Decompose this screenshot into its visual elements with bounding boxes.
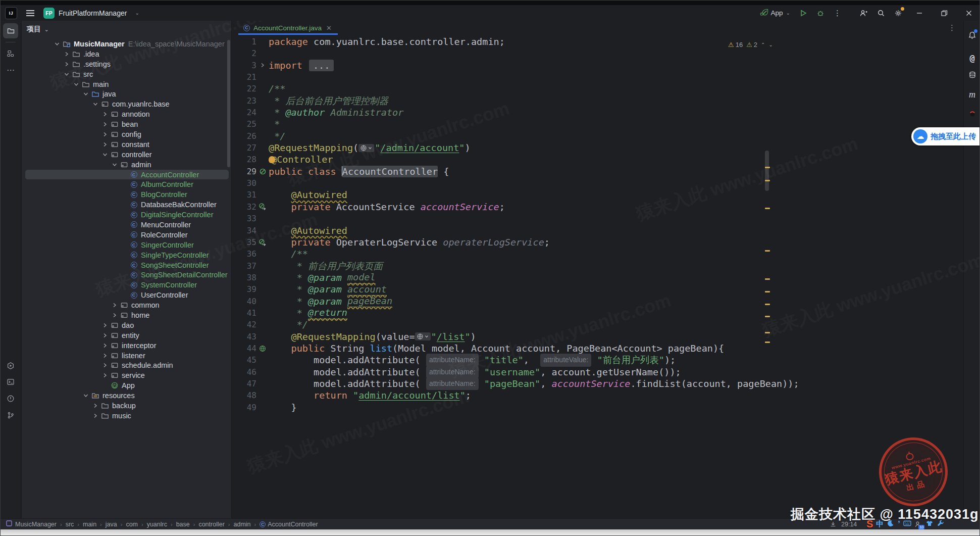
line-number[interactable]: 2 [232, 47, 256, 59]
chevron-down-icon[interactable] [82, 392, 90, 400]
chevron-down-icon[interactable] [91, 100, 99, 108]
code-editor[interactable]: 1package com.yuanlrc.base.controller.adm… [232, 35, 963, 518]
tree-item-SingleTypeController[interactable]: CSingleTypeController [22, 250, 231, 260]
tree-item-annotion[interactable]: annotion [22, 109, 231, 119]
close-button[interactable] [957, 5, 980, 21]
code-line-32[interactable]: 32 private AccountService accountService… [232, 201, 963, 213]
line-number[interactable]: 24 [232, 107, 256, 118]
inspection-mark[interactable] [765, 208, 770, 209]
tree-item-BlogController[interactable]: CBlogController [22, 189, 231, 200]
breadcrumb-item-yuanlrc[interactable]: yuanlrc [147, 521, 167, 528]
chevron-down-icon[interactable] [111, 161, 119, 169]
structure-tool-button[interactable] [3, 46, 18, 61]
chevron-right-icon[interactable] [111, 311, 119, 319]
line-number[interactable]: 36 [232, 248, 256, 260]
code-with-me-button[interactable] [856, 6, 871, 20]
chevron-right-icon[interactable] [111, 301, 119, 309]
line-number[interactable]: 33 [232, 213, 256, 224]
chevron-right-icon[interactable] [101, 140, 109, 149]
chevron-right-icon[interactable] [91, 412, 99, 420]
tab-options-icon[interactable]: ⋮ [948, 23, 956, 32]
terminal-tool-button[interactable] [3, 374, 18, 389]
code-line-42[interactable]: 42 */ [232, 319, 963, 330]
breadcrumb-item-controller[interactable]: controller [198, 521, 224, 528]
tree-item-SystemController[interactable]: CSystemController [22, 280, 231, 290]
search-everywhere-button[interactable] [873, 6, 889, 20]
tree-item-schedule.admin[interactable]: schedule.admin [22, 361, 231, 371]
line-number[interactable]: 47 [232, 378, 256, 389]
code-line-37[interactable]: 37 * 前台用户列表页面 [232, 260, 963, 272]
drag-upload-chip[interactable]: ☁ 拖拽至此上传 [911, 127, 980, 145]
plugin-button[interactable] [964, 107, 980, 121]
code-line-49[interactable]: 49 } [232, 402, 963, 413]
tree-item-resources[interactable]: resources [22, 391, 231, 401]
tree-item-RoleController[interactable]: CRoleController [22, 230, 231, 240]
code-line-28[interactable]: 28@Controller [232, 154, 963, 165]
chevron-right-icon[interactable] [101, 361, 109, 369]
chevron-down-icon[interactable] [82, 90, 90, 98]
gutter-mapping-icon[interactable] [256, 343, 269, 354]
run-tool-button[interactable] [3, 358, 18, 373]
line-number[interactable]: 28 [232, 154, 256, 165]
line-number[interactable]: 43 [232, 331, 256, 343]
code-line-33[interactable]: 33 [232, 213, 963, 224]
chevron-right-icon[interactable] [63, 50, 71, 58]
chevron-down-icon[interactable]: ⌄ [135, 10, 139, 16]
code-line-31[interactable]: 31 @Autowired [232, 189, 963, 201]
maven-button[interactable]: m [964, 87, 980, 102]
tree-item-constant[interactable]: constant [22, 139, 231, 150]
line-number[interactable]: 34 [232, 225, 256, 236]
chevron-right-icon[interactable] [101, 342, 109, 350]
inspections-widget[interactable]: ⚠16 ⚠2 ⌃ ⌄ [726, 40, 775, 50]
line-number[interactable]: 32 [232, 201, 256, 213]
line-number[interactable]: 41 [232, 307, 256, 319]
tree-item-MenuController[interactable]: CMenuController [22, 220, 231, 230]
ime-keyboard-icon[interactable] [903, 519, 911, 529]
line-number[interactable]: 38 [232, 272, 256, 283]
tree-item-SingerController[interactable]: CSingerController [22, 240, 231, 250]
code-line-47[interactable]: 47 model.addAttribute( attributeName: "p… [232, 378, 963, 389]
run-configuration-selector[interactable]: App ⌄ [756, 6, 794, 20]
inspection-mark[interactable] [765, 167, 770, 168]
line-number[interactable]: 25 [232, 118, 256, 130]
chevron-right-icon[interactable] [101, 130, 109, 138]
project-name[interactable]: FruitPlatformManager [59, 9, 127, 17]
gutter-beanArrow-icon[interactable] [256, 236, 269, 248]
inspection-mark[interactable] [765, 342, 770, 343]
tree-item-common[interactable]: common [22, 300, 231, 310]
gutter-bean-icon[interactable] [256, 166, 269, 177]
notifications-button[interactable] [964, 28, 980, 42]
tree-item-DatabaseBakController[interactable]: CDatabaseBakController [22, 200, 231, 210]
code-line-39[interactable]: 39 * @param account [232, 283, 963, 295]
code-line-1[interactable]: 1package com.yuanlrc.base.controller.adm… [232, 36, 963, 47]
code-line-45[interactable]: 45 model.addAttribute( attributeName: "t… [232, 354, 963, 366]
inspection-mark[interactable] [765, 304, 770, 305]
database-button[interactable] [964, 68, 980, 82]
chevron-down-icon[interactable] [53, 40, 61, 48]
code-line-21[interactable]: 21 [232, 71, 963, 83]
inspection-mark[interactable] [765, 278, 770, 280]
run-button[interactable] [796, 6, 811, 20]
line-number[interactable]: 46 [232, 366, 256, 378]
debug-button[interactable] [813, 6, 828, 20]
line-number[interactable]: 21 [232, 71, 256, 83]
code-line-46[interactable]: 46 model.addAttribute( attributeName: "u… [232, 366, 963, 378]
tree-item-AccountController[interactable]: CAccountController [25, 170, 229, 180]
tree-item-service[interactable]: service [22, 370, 231, 380]
inspection-mark[interactable] [765, 332, 770, 333]
project-tool-button[interactable] [3, 23, 18, 38]
chevron-down-icon[interactable] [72, 80, 80, 88]
chevron-right-icon[interactable] [101, 120, 109, 128]
tree-item-SongSheetController[interactable]: CSongSheetController [22, 260, 231, 270]
inspection-mark[interactable] [765, 291, 770, 293]
tree-item-AlbumController[interactable]: CAlbumController [22, 179, 231, 189]
intention-bulb-icon[interactable] [269, 156, 275, 163]
chevron-right-icon[interactable] [91, 402, 99, 410]
code-line-30[interactable]: 30 [232, 177, 963, 189]
minimize-button[interactable] [908, 5, 931, 21]
next-problem-icon[interactable]: ⌄ [768, 42, 772, 47]
tree-item-UserController[interactable]: CUserController [22, 290, 231, 300]
gutter-fold-icon[interactable] [256, 60, 269, 71]
chevron-down-icon[interactable] [63, 70, 71, 78]
ime-sogou-icon[interactable]: S [866, 518, 873, 530]
